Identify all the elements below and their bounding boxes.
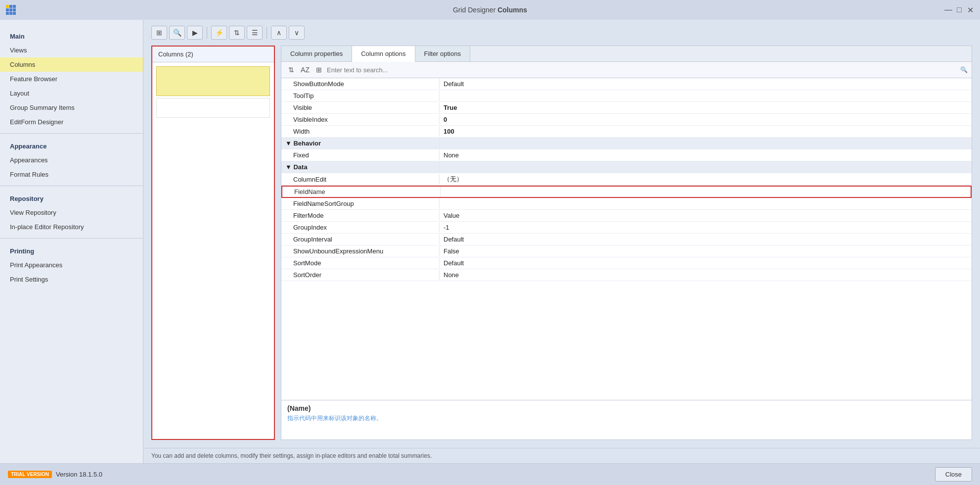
prop-row-filtermode[interactable]: FilterMode Value <box>281 210 972 222</box>
prop-row-visible[interactable]: Visible True <box>281 102 972 114</box>
prop-name-visibleindex: VisibleIndex <box>281 114 440 125</box>
main-container: Main Views Columns Feature Browser Layou… <box>0 20 980 463</box>
az-icon[interactable]: AZ <box>299 64 311 76</box>
play-button[interactable]: ▶ <box>187 26 203 40</box>
content-area: ⊞ 🔍 ▶ ⚡ ⇅ ☰ ∧ ∨ Columns (2) <box>143 20 980 463</box>
prop-row-sortmode[interactable]: SortMode Default <box>281 257 972 269</box>
sidebar-item-appearances[interactable]: Appearances <box>0 153 143 167</box>
prop-name-filtermode: FilterMode <box>281 210 440 221</box>
sidebar-divider-3 <box>0 238 143 239</box>
column-item-empty[interactable] <box>156 98 270 118</box>
prop-name-showbuttonmode: ShowButtonMode <box>281 79 440 89</box>
tab-column-options[interactable]: Column options <box>352 46 415 62</box>
prop-value-fieldnamesortgroup[interactable] <box>440 202 972 205</box>
prop-name-columnedit: ColumnEdit <box>281 174 440 185</box>
sidebar-item-group-summary-items[interactable]: Group Summary Items <box>0 100 143 115</box>
sort-icon[interactable]: ⇅ <box>285 64 297 76</box>
close-icon[interactable]: ✕ <box>966 6 974 14</box>
sidebar-item-columns[interactable]: Columns <box>0 57 143 72</box>
sidebar-item-format-rules[interactable]: Format Rules <box>0 167 143 182</box>
up-button[interactable]: ∧ <box>271 26 287 40</box>
prop-value-fixed[interactable]: None <box>440 150 972 160</box>
search-button[interactable]: 🔍 <box>169 26 185 40</box>
prop-value-visibleindex[interactable]: 0 <box>440 114 972 125</box>
sidebar-section-printing: Printing <box>0 242 143 258</box>
down-button[interactable]: ∨ <box>289 26 305 40</box>
prop-name-width: Width <box>281 126 440 137</box>
prop-value-columnedit[interactable]: （无） <box>440 173 972 185</box>
sidebar-item-view-repository[interactable]: View Repository <box>0 205 143 220</box>
title-bar: Grid Designer Columns — □ ✕ <box>0 0 980 20</box>
prop-value-sortorder[interactable]: None <box>440 270 972 280</box>
app-icon <box>6 5 16 15</box>
version-info: TRIAL VERSION Version 18.1.5.0 <box>8 471 102 478</box>
prop-value-fieldname[interactable] <box>441 191 971 194</box>
sidebar-section-repository: Repository <box>0 190 143 205</box>
prop-name-tooltip: ToolTip <box>281 91 440 101</box>
prop-value-sortmode[interactable]: Default <box>440 258 972 268</box>
prop-row-showbuttonmode[interactable]: ShowButtonMode Default <box>281 78 972 90</box>
sort-button[interactable]: ⇅ <box>229 26 245 40</box>
trial-badge: TRIAL VERSION <box>8 471 52 478</box>
description-area: (Name) 指示代码中用来标识该对象的名称。 <box>281 400 972 439</box>
search-bar: ⇅ AZ ⊞ 🔍 <box>281 62 972 78</box>
close-button[interactable]: Close <box>935 467 972 482</box>
prop-row-fixed[interactable]: Fixed None <box>281 149 972 161</box>
prop-name-showunboundexpressionmenu: ShowUnboundExpressionMenu <box>281 246 440 256</box>
sidebar-item-print-settings[interactable]: Print Settings <box>0 272 143 287</box>
prop-row-data-section[interactable]: ▼ Data <box>281 161 972 173</box>
columns-button[interactable]: ☰ <box>247 26 263 40</box>
columns-panel-body <box>152 62 274 439</box>
grid-button[interactable]: ⊞ <box>151 26 167 40</box>
search-clear-icon[interactable]: 🔍 <box>960 66 968 73</box>
prop-value-filtermode[interactable]: Value <box>440 210 972 221</box>
sidebar-item-layout[interactable]: Layout <box>0 86 143 100</box>
status-bar: You can add and delete columns, modify t… <box>143 448 980 463</box>
prop-row-showunboundexpressionmenu[interactable]: ShowUnboundExpressionMenu False <box>281 245 972 257</box>
sidebar-item-inplace-editor-repository[interactable]: In-place Editor Repository <box>0 220 143 234</box>
title-bar-left <box>6 5 16 15</box>
prop-value-visible[interactable]: True <box>440 102 972 113</box>
prop-name-groupindex: GroupIndex <box>281 222 440 233</box>
prop-value-width[interactable]: 100 <box>440 126 972 137</box>
column-item-selected[interactable] <box>156 66 270 96</box>
prop-value-groupinterval[interactable]: Default <box>440 234 972 244</box>
prop-row-groupinterval[interactable]: GroupInterval Default <box>281 234 972 245</box>
prop-row-sortorder[interactable]: SortOrder None <box>281 269 972 281</box>
tab-filter-options[interactable]: Filter options <box>415 46 470 61</box>
sidebar-item-feature-browser[interactable]: Feature Browser <box>0 72 143 86</box>
prop-name-sortmode: SortMode <box>281 258 440 268</box>
search-input[interactable] <box>327 66 958 74</box>
prop-row-width[interactable]: Width 100 <box>281 126 972 138</box>
prop-row-fieldnamesortgroup[interactable]: FieldNameSortGroup <box>281 198 972 210</box>
prop-value-groupindex[interactable]: -1 <box>440 222 972 233</box>
sidebar-item-editform-designer[interactable]: EditForm Designer <box>0 115 143 129</box>
prop-row-columnedit[interactable]: ColumnEdit （无） <box>281 173 972 186</box>
maximize-icon[interactable]: □ <box>955 6 963 14</box>
prop-row-tooltip[interactable]: ToolTip <box>281 90 972 102</box>
minimize-icon[interactable]: — <box>944 6 952 14</box>
description-title: (Name) <box>287 404 966 412</box>
window-controls[interactable]: — □ ✕ <box>944 6 974 14</box>
expand-icon[interactable]: ⊞ <box>313 64 325 76</box>
tabs-bar: Column properties Column options Filter … <box>281 46 972 62</box>
toolbar-separator-1 <box>207 27 207 39</box>
filter-button[interactable]: ⚡ <box>211 26 227 40</box>
prop-value-showunboundexpressionmenu[interactable]: False <box>440 246 972 256</box>
sidebar-section-appearance: Appearance <box>0 138 143 153</box>
prop-row-visibleindex[interactable]: VisibleIndex 0 <box>281 114 972 126</box>
sidebar-divider-1 <box>0 133 143 134</box>
tab-column-properties[interactable]: Column properties <box>281 46 352 61</box>
sidebar-item-views[interactable]: Views <box>0 43 143 57</box>
prop-name-data: ▼ Data <box>281 162 440 172</box>
sidebar-item-print-appearances[interactable]: Print Appearances <box>0 258 143 272</box>
description-text: 指示代码中用来标识该对象的名称。 <box>287 414 966 423</box>
prop-row-fieldname[interactable]: FieldName <box>281 186 972 198</box>
prop-row-groupindex[interactable]: GroupIndex -1 <box>281 222 972 234</box>
prop-value-tooltip[interactable] <box>440 95 972 97</box>
prop-name-visible: Visible <box>281 102 440 113</box>
prop-value-showbuttonmode[interactable]: Default <box>440 79 972 89</box>
properties-panel: Column properties Column options Filter … <box>281 46 972 440</box>
inner-layout: Columns (2) Column properties Column opt… <box>143 46 980 448</box>
prop-row-behavior-section[interactable]: ▼ Behavior <box>281 138 972 149</box>
